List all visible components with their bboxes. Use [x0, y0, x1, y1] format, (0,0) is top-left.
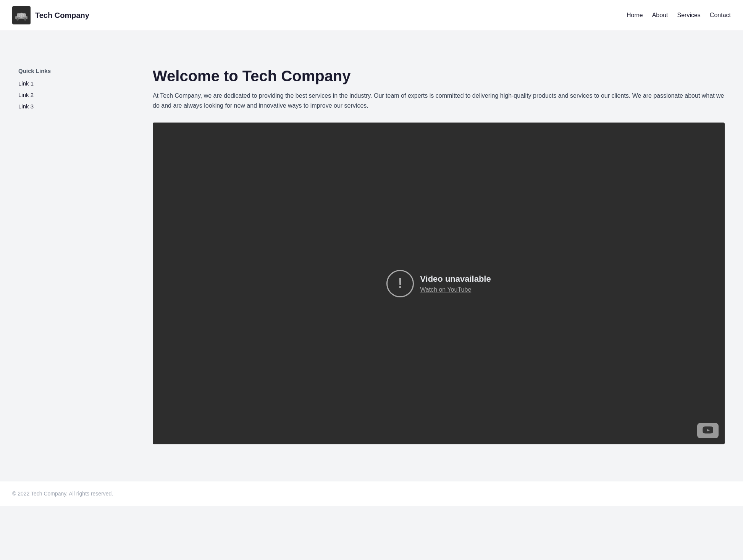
watch-on-youtube-link[interactable]: Watch on YouTube — [420, 286, 491, 293]
main-nav: Home About Services Contact — [627, 12, 731, 19]
video-player: ! Video unavailable Watch on YouTube — [153, 123, 725, 444]
main-container: Quick Links Link 1 Link 2 Link 3 Welcome… — [0, 31, 743, 481]
nav-contact[interactable]: Contact — [710, 12, 731, 19]
list-item: Link 2 — [18, 92, 128, 98]
nav-about[interactable]: About — [652, 12, 668, 19]
video-unavailable-title: Video unavailable — [420, 274, 491, 284]
logo-image — [12, 6, 31, 24]
video-unavailable-area: ! Video unavailable Watch on YouTube — [386, 270, 491, 297]
company-name-label: Tech Company — [35, 11, 89, 20]
sidebar-link-1[interactable]: Link 1 — [18, 80, 34, 87]
page-title: Welcome to Tech Company — [153, 68, 725, 85]
sidebar-links: Link 1 Link 2 Link 3 — [18, 80, 128, 110]
header-logo-area: Tech Company — [12, 6, 89, 24]
site-header: Tech Company Home About Services Contact — [0, 0, 743, 31]
nav-home[interactable]: Home — [627, 12, 643, 19]
nav-services[interactable]: Services — [677, 12, 701, 19]
list-item: Link 3 — [18, 103, 128, 110]
footer-copyright: © 2022 Tech Company. All rights reserved… — [12, 491, 731, 497]
intro-paragraph: At Tech Company, we are dedicated to pro… — [153, 91, 725, 110]
sidebar-link-2[interactable]: Link 2 — [18, 92, 34, 98]
site-footer: © 2022 Tech Company. All rights reserved… — [0, 481, 743, 506]
main-content: Welcome to Tech Company At Tech Company,… — [147, 61, 731, 450]
error-icon: ! — [386, 270, 414, 297]
sidebar-title: Quick Links — [18, 68, 128, 74]
svg-point-4 — [24, 18, 26, 21]
video-text: Video unavailable Watch on YouTube — [420, 274, 491, 293]
svg-point-3 — [16, 18, 19, 21]
list-item: Link 1 — [18, 80, 128, 87]
sidebar-link-3[interactable]: Link 3 — [18, 103, 34, 110]
sidebar: Quick Links Link 1 Link 2 Link 3 — [12, 61, 134, 450]
youtube-button[interactable] — [697, 423, 719, 438]
video-unavailable-inner: ! Video unavailable Watch on YouTube — [386, 270, 491, 297]
youtube-icon — [703, 425, 713, 436]
